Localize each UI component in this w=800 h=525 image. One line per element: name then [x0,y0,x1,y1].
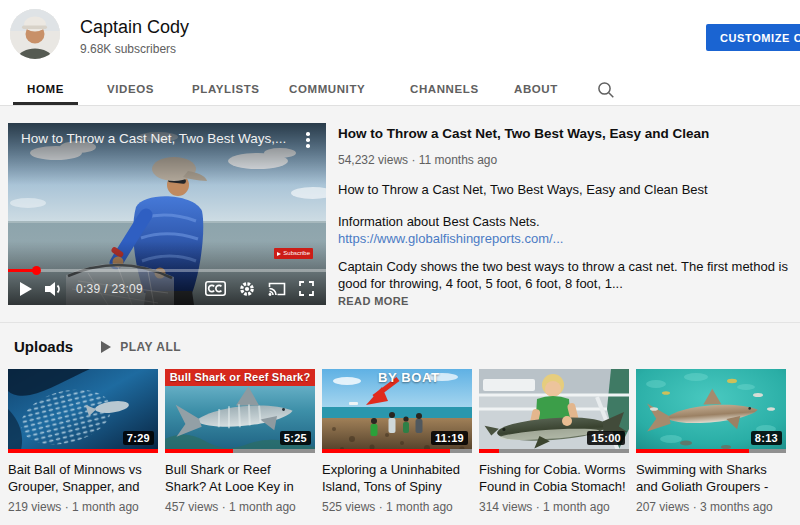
video-duration-badge: 15:00 [587,431,625,445]
featured-description-link[interactable]: https://www.globalfishingreports.com/... [338,231,790,246]
watch-progress-bar [165,449,233,453]
video-title[interactable]: Bull Shark or Reef Shark? At Looe Key in… [165,461,315,495]
featured-video-info: How to Throw a Cast Net, Two Best Ways, … [338,126,790,307]
watch-progress-bar [322,449,450,453]
video-duration-badge: 7:29 [123,431,154,445]
video-meta: 525 views · 1 month ago [322,500,472,514]
subscribe-watermark-label: Subscribe [283,248,310,259]
watch-progress-track [165,449,315,453]
youtube-play-icon [277,252,281,256]
uploads-header: Uploads PLAY ALL [14,338,181,355]
video-thumbnail[interactable]: BY BOAT 11:19 [322,369,472,453]
channel-header: Captain Cody 9.68K subscribers CUSTOMIZE… [0,0,800,106]
video-card: 15:00 Fishing for Cobia. Worms Found in … [479,369,629,514]
video-title[interactable]: Bait Ball of Minnows vs Grouper, Snapper… [8,461,158,495]
channel-avatar[interactable] [10,9,60,59]
video-title[interactable]: Fishing for Cobia. Worms Found in Cobia … [479,461,629,495]
watch-progress-track [636,449,786,453]
tab-about[interactable]: ABOUT [514,74,558,105]
watch-progress-bar [8,449,158,453]
video-thumbnail[interactable]: 7:29 [8,369,158,453]
video-meta: 457 views · 1 month ago [165,500,315,514]
video-meta: 207 views · 3 months ago [636,500,786,514]
thumbnail-overlay-text: Bull Shark or Reef Shark? [165,369,315,386]
video-meta: 314 views · 1 month ago [479,500,629,514]
fullscreen-icon[interactable] [299,281,314,296]
video-title[interactable]: Swimming with Sharks and Goliath Grouper… [636,461,786,495]
video-duration-badge: 5:25 [280,431,311,445]
video-thumbnail[interactable]: 8:13 [636,369,786,453]
player-more-options-icon[interactable] [301,132,315,152]
video-meta: 219 views · 1 month ago [8,500,158,514]
search-icon[interactable] [597,81,615,99]
tab-home[interactable]: HOME [13,74,78,105]
customize-channel-button[interactable]: CUSTOMIZE CHANNEL [706,24,800,51]
subscribe-watermark-button[interactable]: Subscribe [274,248,313,259]
volume-icon[interactable] [45,282,63,296]
watch-progress-bar [479,449,499,453]
watch-progress-track [322,449,472,453]
video-card: 8:13 Swimming with Sharks and Goliath Gr… [636,369,786,514]
subscriber-count: 9.68K subscribers [80,42,176,56]
cast-icon[interactable] [268,282,286,296]
video-player[interactable]: How to Throw a Cast Net, Two Best Ways,.… [8,123,326,305]
tab-channels[interactable]: CHANNELS [410,74,479,105]
tab-playlists[interactable]: PLAYLISTS [192,74,260,105]
watch-progress-track [479,449,629,453]
featured-video-title[interactable]: How to Throw a Cast Net, Two Best Ways, … [338,126,790,141]
video-duration-badge: 8:13 [751,431,782,445]
avatar-photo [10,9,60,59]
customize-channel-label: CUSTOMIZE CHANNEL [720,32,800,44]
uploads-section: Uploads PLAY ALL [0,322,800,525]
video-card: 7:29 Bait Ball of Minnows vs Grouper, Sn… [8,369,158,514]
watch-progress-track [8,449,158,453]
channel-name: Captain Cody [80,17,189,38]
player-overlay-title[interactable]: How to Throw a Cast Net, Two Best Ways,.… [21,131,294,146]
featured-description-line2: Information about Best Casts Nets. [338,214,790,229]
featured-video-meta: 54,232 views · 11 months ago [338,153,790,167]
play-all-icon [101,341,111,353]
tab-videos[interactable]: VIDEOS [107,74,154,105]
thumbnail-overlay-text: BY BOAT [378,370,440,385]
read-more-button[interactable]: READ MORE [338,295,790,307]
settings-gear-icon[interactable] [239,281,255,297]
uploads-heading: Uploads [14,338,73,355]
play-all-label: PLAY ALL [120,340,181,354]
video-thumbnail[interactable]: 15:00 [479,369,629,453]
tab-community[interactable]: COMMUNITY [289,74,365,105]
video-card: BY BOAT 11:19 Exploring a Uninhabited Is… [322,369,472,514]
watch-progress-bar [636,449,749,453]
featured-description-line3: Captain Cody shows the two best ways to … [338,259,788,292]
video-title[interactable]: Exploring a Uninhabited Island, Tons of … [322,461,472,495]
video-duration-badge: 11:19 [431,431,468,445]
channel-page: Captain Cody 9.68K subscribers CUSTOMIZE… [0,0,800,525]
video-card: Bull Shark or Reef Shark? 5:25 Bull Shar… [165,369,315,514]
featured-description-line1: How to Throw a Cast Net, Two Best Ways, … [338,182,790,197]
player-controls: 0:39 / 23:09 [8,272,326,305]
video-thumbnail[interactable]: Bull Shark or Reef Shark? 5:25 [165,369,315,453]
player-time-display: 0:39 / 23:09 [76,282,143,296]
play-all-button[interactable]: PLAY ALL [101,340,181,354]
uploads-video-row: 7:29 Bait Ball of Minnows vs Grouper, Sn… [8,369,786,514]
play-button[interactable] [20,282,32,296]
captions-icon[interactable] [205,281,226,296]
